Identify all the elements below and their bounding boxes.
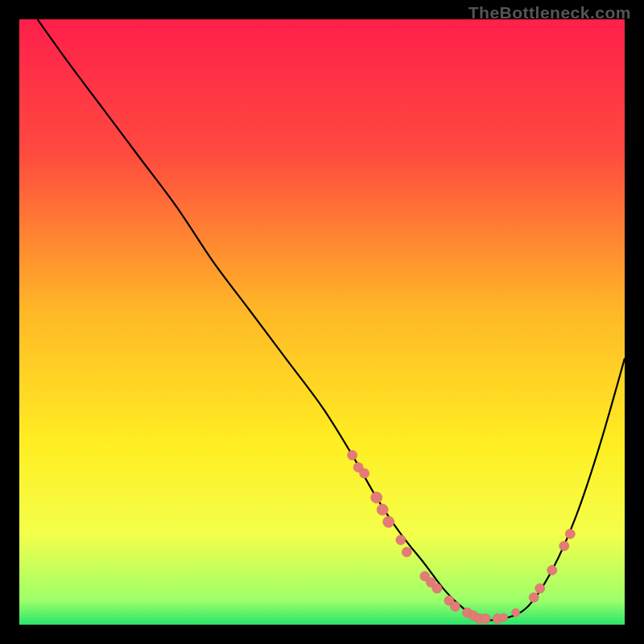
data-marker — [383, 516, 394, 527]
data-marker — [371, 492, 382, 503]
data-marker — [396, 535, 406, 545]
data-marker — [559, 541, 569, 551]
data-marker — [450, 601, 460, 611]
chart-svg — [19, 19, 625, 625]
watermark: TheBottleneck.com — [469, 3, 631, 23]
data-marker — [547, 565, 557, 575]
data-marker — [500, 613, 508, 621]
data-marker — [565, 529, 575, 539]
data-marker — [360, 469, 369, 478]
data-marker — [377, 504, 388, 515]
data-marker — [512, 609, 520, 617]
data-marker — [529, 592, 539, 602]
data-marker — [535, 584, 545, 593]
chart-area — [19, 19, 625, 625]
data-marker — [481, 614, 490, 624]
data-marker — [432, 584, 442, 593]
data-marker — [348, 450, 357, 460]
data-marker — [402, 547, 411, 557]
chart-background — [19, 19, 625, 625]
